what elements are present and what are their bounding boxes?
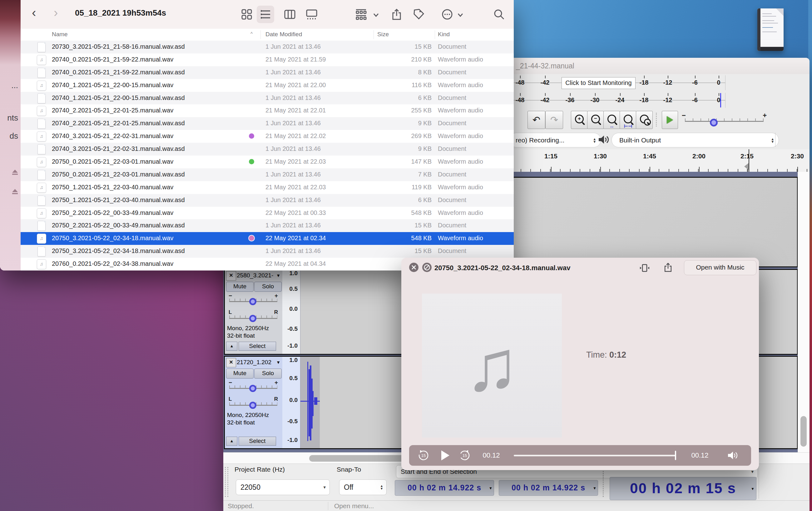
column-header-size[interactable]: Size [377, 31, 389, 38]
gain-slider[interactable]: −+ [228, 381, 279, 392]
audio-position-display[interactable]: 00 h 02 m 15 s▼ [610, 477, 756, 500]
status-hint: Open menu... [334, 502, 374, 510]
share-icon[interactable] [662, 261, 673, 272]
close-icon[interactable] [408, 262, 419, 273]
skip-forward-15-button[interactable]: 15 [459, 445, 471, 466]
back-button[interactable]: ‹ [32, 6, 36, 20]
snap-to-select[interactable]: Off ▴▾ [339, 479, 387, 495]
chevron-down-icon: ▼ [276, 271, 281, 280]
file-row[interactable]: 20740_3.2021-05-21_22-02-31.manual.wav.a… [21, 143, 514, 155]
sidebar-item-fragment[interactable]: ds [10, 131, 18, 141]
redo-button[interactable]: ↷ [545, 111, 563, 129]
zoom-toggle-button[interactable] [636, 111, 653, 129]
selection-end-field[interactable]: 00 h 02 m 14.922 s▼ [499, 480, 598, 496]
file-row[interactable]: 20740_1.2021-05-21_22-00-15.manual.wav.a… [21, 92, 514, 105]
skip-back-15-button[interactable]: 15 [417, 445, 430, 466]
zoom-out-button[interactable]: − [587, 111, 604, 129]
vertical-scrollbar[interactable] [798, 172, 810, 452]
eject-icon[interactable] [11, 169, 19, 176]
select-track-button[interactable]: Select [239, 437, 276, 446]
file-name: 20740_2.2021-05-21_22-01-25.manual.wav [52, 107, 173, 114]
chevron-down-icon[interactable] [457, 11, 464, 19]
file-row[interactable]: ♫20750_3.2021-05-22_02-34-18.manual.wav2… [21, 232, 514, 245]
desktop-document-icon[interactable] [757, 8, 784, 51]
eject-icon[interactable] [11, 188, 19, 196]
pan-slider[interactable]: LR [228, 398, 279, 408]
vertical-scrollbar-thumb[interactable] [801, 416, 807, 447]
collapse-track-button[interactable]: ▲ [226, 342, 237, 351]
zoom-fit-button[interactable]: ⊢⊣ [619, 111, 637, 129]
file-row[interactable]: 20740_0.2021-05-21_21-59-22.manual.wav.a… [21, 66, 514, 79]
play-at-speed-button[interactable] [662, 111, 678, 129]
solo-button[interactable]: Solo [254, 369, 282, 378]
sidebar-item-fragment[interactable]: ... [11, 81, 18, 90]
column-header-date[interactable]: Date Modified [265, 31, 302, 38]
selected-audio-clip[interactable] [300, 357, 320, 448]
group-by-button[interactable] [354, 7, 368, 21]
track-1-name-menu[interactable]: 2580_3.2021-▼ [237, 271, 281, 280]
play-speed-slider[interactable]: −+ [682, 113, 767, 126]
tag-button[interactable] [412, 7, 425, 21]
track-2-name-menu[interactable]: 21720_1.202▼ [237, 358, 281, 367]
sidebar-item-fragment[interactable]: nts [7, 113, 18, 123]
gain-slider-thumb[interactable] [249, 385, 256, 392]
playback-device-select[interactable]: Built-in Output ▴▾ [611, 133, 779, 147]
list-view-button[interactable] [259, 7, 272, 21]
pan-slider-thumb[interactable] [249, 402, 256, 409]
share-button[interactable] [390, 7, 404, 21]
file-size: 9 KB [418, 120, 432, 127]
more-actions-button[interactable] [440, 7, 454, 21]
icon-view-button[interactable] [240, 7, 254, 21]
close-track-button[interactable]: ✕ [226, 271, 236, 281]
open-with-music-button[interactable]: Open with Music [684, 260, 756, 275]
project-rate-select[interactable]: 22050 ▾ [236, 479, 330, 495]
collapse-track-button[interactable]: ▲ [226, 437, 237, 446]
recording-device-select[interactable]: reo) Recording... ▴▾ [509, 133, 601, 147]
document-file-icon [37, 68, 46, 78]
file-row[interactable]: ♫20740_3.2021-05-21_22-02-31.manual.wav2… [21, 130, 514, 143]
column-header-kind[interactable]: Kind [438, 31, 450, 38]
progress-playhead[interactable] [675, 451, 676, 460]
click-to-start-monitoring[interactable]: Click to Start Monitoring [561, 77, 636, 89]
column-view-button[interactable] [283, 7, 297, 21]
speed-slider-thumb[interactable] [710, 119, 718, 126]
volume-icon[interactable] [726, 445, 740, 466]
gain-slider[interactable]: −+ [228, 294, 279, 305]
file-row[interactable]: ♫20750_2.2021-05-22_00-33-49.manual.wav2… [21, 207, 514, 220]
gain-slider-thumb[interactable] [249, 298, 256, 305]
zoom-in-button[interactable]: + [571, 111, 588, 129]
pan-slider-thumb[interactable] [249, 315, 256, 322]
file-row[interactable]: ♫20740_0.2021-05-21_21-59-22.manual.wav2… [21, 53, 514, 66]
search-button[interactable] [492, 7, 506, 21]
file-name: 20740_2.2021-05-21_22-01-25.manual.wav.a… [52, 120, 185, 127]
file-row[interactable]: ♫20740_1.2021-05-21_22-00-15.manual.wav2… [21, 79, 514, 92]
file-row[interactable]: 20730_3.2021-05-21_21-58-16.manual.wav.a… [21, 40, 514, 53]
select-track-button[interactable]: Select [239, 342, 276, 351]
close-track-button[interactable]: ✕ [226, 358, 236, 367]
solo-button[interactable]: Solo [254, 282, 282, 292]
file-row[interactable]: 20750_0.2021-05-21_22-03-01.manual.wav.a… [21, 168, 514, 181]
file-row[interactable]: ♫20750_1.2021-05-21_22-03-40.manual.wav2… [21, 181, 514, 194]
gallery-view-button[interactable] [305, 7, 319, 21]
undo-button[interactable]: ↶ [527, 111, 545, 129]
file-row[interactable]: 20750_1.2021-05-21_22-03-40.manual.wav.a… [21, 194, 514, 207]
pip-icon[interactable] [639, 263, 650, 273]
forward-button[interactable]: › [54, 6, 58, 20]
audio-file-icon: ♫ [37, 55, 46, 65]
file-row[interactable]: ♫20740_2.2021-05-21_22-01-25.manual.wav2… [21, 104, 514, 117]
progress-track[interactable] [514, 455, 675, 456]
column-header-name[interactable]: Name [52, 31, 68, 38]
selection-start-field[interactable]: 00 h 02 m 14.922 s▼ [395, 480, 494, 496]
file-row[interactable]: 20740_2.2021-05-21_22-01-25.manual.wav.a… [21, 117, 514, 130]
play-button[interactable] [439, 445, 452, 466]
mute-button[interactable]: Mute [226, 369, 254, 378]
file-row[interactable]: 20750_3.2021-05-22_02-34-18.manual.wav.a… [21, 245, 514, 258]
chevron-down-icon[interactable] [372, 11, 380, 19]
timeline-label: 2:30 [791, 152, 804, 160]
zoom-selection-button[interactable]: ↔ [603, 111, 620, 129]
prohibit-icon[interactable] [422, 262, 432, 273]
file-row[interactable]: 20750_2.2021-05-22_00-33-49.manual.wav.a… [21, 219, 514, 232]
file-row[interactable]: ♫20750_0.2021-05-21_22-03-01.manual.wav2… [21, 155, 514, 168]
pan-slider[interactable]: LR [228, 311, 279, 322]
mute-button[interactable]: Mute [226, 282, 254, 292]
